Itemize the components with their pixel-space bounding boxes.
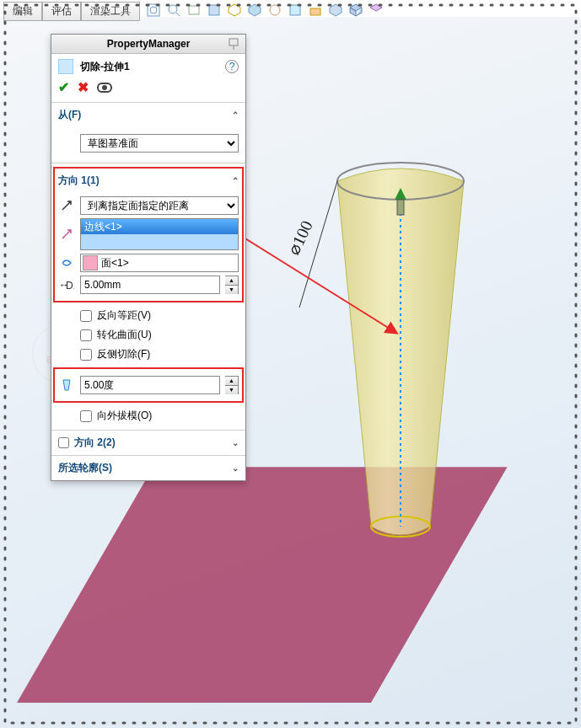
spin-up[interactable]: ▲ bbox=[225, 377, 238, 386]
face-swatch bbox=[83, 255, 98, 270]
offset-distance-icon: ↔D1 bbox=[58, 276, 75, 293]
svg-rect-10 bbox=[209, 5, 219, 15]
iso-cube-icon[interactable] bbox=[348, 3, 363, 18]
svg-rect-6 bbox=[148, 4, 159, 16]
offset-distance-input[interactable] bbox=[80, 276, 220, 294]
highlight-box-2: ▲▼ bbox=[53, 367, 244, 403]
flip-side-label: 反侧切除(F) bbox=[97, 347, 150, 361]
spin-down[interactable]: ▼ bbox=[225, 286, 238, 294]
draft-outward-label: 向外拔模(O) bbox=[97, 409, 152, 423]
caret-up-icon: ⌃ bbox=[232, 176, 239, 185]
svg-rect-3 bbox=[397, 200, 404, 215]
zoom-fit-icon[interactable] bbox=[146, 3, 161, 18]
view-prev-icon[interactable] bbox=[186, 3, 202, 18]
face-up-to-icon[interactable] bbox=[58, 254, 75, 271]
panel-title: PropertyManager bbox=[51, 35, 245, 54]
svg-point-8 bbox=[169, 5, 177, 13]
draft-spinner[interactable]: ▲▼ bbox=[225, 376, 239, 394]
section-dir2-header[interactable]: 方向 2(2) ⌄ bbox=[51, 431, 245, 455]
svg-point-7 bbox=[150, 7, 157, 13]
preview-toggle-icon[interactable] bbox=[97, 83, 112, 93]
section-contours: 所选轮廓(S) ⌄ bbox=[51, 455, 245, 480]
selection-item-edge[interactable]: 边线<1> bbox=[81, 219, 238, 234]
spin-up[interactable]: ▲ bbox=[225, 276, 238, 286]
hide-show-icon[interactable] bbox=[267, 3, 282, 18]
menu-render-tools[interactable]: 渲染工具 bbox=[81, 2, 140, 21]
zoom-area-icon[interactable] bbox=[166, 3, 181, 18]
section-dir2-label: 方向 2(2) bbox=[74, 436, 116, 450]
section-from-header[interactable]: 从(F) ⌃ bbox=[51, 103, 245, 127]
svg-point-11 bbox=[270, 5, 280, 15]
iso-cube2-icon[interactable] bbox=[369, 3, 384, 18]
spacer bbox=[58, 135, 75, 152]
help-icon[interactable]: ? bbox=[225, 60, 239, 73]
selection-list[interactable]: 边线<1> bbox=[80, 218, 239, 250]
section-contours-label: 所选轮廓(S) bbox=[58, 461, 112, 475]
view-toolbar bbox=[143, 0, 386, 20]
dir2-enable-checkbox[interactable] bbox=[58, 437, 69, 448]
section-view-icon[interactable] bbox=[207, 3, 222, 18]
spin-down[interactable]: ▼ bbox=[225, 386, 238, 394]
face-selection-box[interactable]: 面<1> bbox=[80, 254, 239, 272]
end-condition-select[interactable]: 到离指定面指定的距离 bbox=[80, 196, 239, 215]
reverse-direction-icon[interactable] bbox=[58, 197, 75, 214]
selection-item-empty[interactable] bbox=[81, 234, 238, 249]
highlight-box-1: 方向 1(1) ⌃ 到离指定面指定的距离 边线<1> bbox=[53, 167, 244, 302]
pin-icon[interactable] bbox=[227, 37, 240, 51]
menu-evaluate[interactable]: 评估 bbox=[42, 2, 81, 21]
display-style-icon[interactable] bbox=[247, 3, 262, 18]
feature-name: 切除-拉伸1 bbox=[80, 60, 130, 74]
svg-text:D1: D1 bbox=[66, 280, 74, 292]
direction-arrow-icon[interactable] bbox=[58, 226, 75, 243]
caret-down-icon: ⌄ bbox=[232, 438, 239, 447]
panel-title-text: PropertyManager bbox=[107, 38, 191, 50]
section-dir1-header[interactable]: 方向 1(1) ⌃ bbox=[58, 172, 239, 193]
view-settings-icon[interactable] bbox=[328, 3, 343, 18]
section-dir1-label: 方向 1(1) bbox=[58, 174, 100, 188]
draft-angle-input[interactable] bbox=[80, 376, 220, 394]
section-direction2: 方向 2(2) ⌄ bbox=[51, 430, 245, 455]
svg-rect-14 bbox=[229, 39, 238, 46]
draft-outward-checkbox[interactable] bbox=[80, 410, 92, 422]
translate-surface-label: 转化曲面(U) bbox=[97, 328, 152, 342]
action-row: ✔ ✖ bbox=[51, 79, 245, 102]
caret-down-icon: ⌄ bbox=[232, 463, 239, 473]
scene-icon[interactable] bbox=[308, 3, 323, 18]
menubar: 编辑 评估 渲染工具 bbox=[3, 2, 140, 21]
menu-edit[interactable]: 编辑 bbox=[3, 2, 42, 21]
svg-rect-13 bbox=[310, 8, 320, 15]
translate-surface-checkbox[interactable] bbox=[80, 329, 92, 341]
reverse-offset-checkbox[interactable] bbox=[80, 310, 92, 322]
section-direction1: 方向 1(1) ⌃ 到离指定面指定的距离 边线<1> bbox=[51, 163, 245, 430]
caret-up-icon: ⌃ bbox=[232, 110, 239, 120]
view-orient-icon[interactable] bbox=[227, 3, 242, 18]
draft-icon[interactable] bbox=[58, 377, 75, 393]
property-manager-panel: PropertyManager 切除-拉伸1 ? ✔ ✖ 从(F) ⌃ 草图基准… bbox=[51, 34, 246, 481]
reverse-offset-label: 反向等距(V) bbox=[97, 308, 151, 323]
model-cone[interactable] bbox=[295, 147, 506, 569]
face-name: 面<1> bbox=[101, 256, 129, 270]
section-from-label: 从(F) bbox=[58, 108, 81, 122]
ok-button[interactable]: ✔ bbox=[58, 79, 69, 95]
from-condition-select[interactable]: 草图基准面 bbox=[80, 134, 239, 153]
section-contours-header[interactable]: 所选轮廓(S) ⌄ bbox=[51, 456, 245, 480]
edit-appearance-icon[interactable] bbox=[288, 3, 303, 18]
section-from: 从(F) ⌃ 草图基准面 bbox=[51, 102, 245, 163]
offset-spinner[interactable]: ▲▼ bbox=[225, 276, 239, 294]
cancel-button[interactable]: ✖ bbox=[78, 79, 89, 95]
feature-header: 切除-拉伸1 ? bbox=[51, 54, 245, 79]
cut-extrude-icon bbox=[58, 59, 73, 74]
svg-line-9 bbox=[176, 13, 180, 16]
flip-side-checkbox[interactable] bbox=[80, 349, 92, 361]
svg-rect-12 bbox=[290, 5, 300, 15]
